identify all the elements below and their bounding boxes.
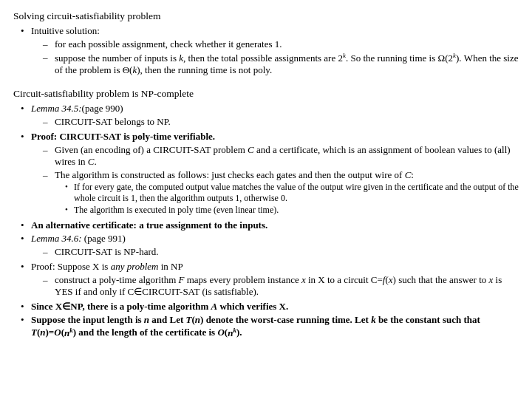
list-item: • Proof: Suppose X is any problem in NP … bbox=[21, 261, 519, 299]
list-item: • Since X∈NP, there is a poly-time algor… bbox=[21, 301, 519, 313]
lemma2-label: Lemma 34.6: bbox=[31, 233, 82, 244]
list-item: • Intuitive solution: – for each possibl… bbox=[21, 25, 519, 78]
suppose-text: Suppose the input length is n and Let T(… bbox=[31, 314, 480, 338]
lemma2-page: (page 991) bbox=[82, 233, 126, 244]
dash-list: – Given (an encoding of) a CIRCUIT-SAT p… bbox=[31, 144, 519, 216]
dash-list: – CIRCUIT-SAT belongs to NP. bbox=[31, 116, 519, 128]
lemma-label: Lemma 34.5: bbox=[31, 103, 82, 114]
bullet-content: Intuitive solution: – for each possible … bbox=[31, 25, 519, 78]
sub-bullet-dot: • bbox=[65, 205, 74, 214]
dash-sym: – bbox=[43, 52, 55, 64]
dash-content: The algorithm is constructed as follows:… bbox=[55, 169, 519, 216]
bullet-dot: • bbox=[21, 261, 31, 273]
bullet-content: Proof: CIRCUIT-SAT is poly-time verifiab… bbox=[31, 131, 519, 218]
sub-bullet-item: • If for every gate, the computed output… bbox=[65, 182, 519, 204]
sub-bullet-item: • The algorithm is executed in poly time… bbox=[65, 205, 519, 216]
dash-item: – for each possible assignment, check wh… bbox=[43, 38, 519, 50]
dash-content: for each possible assignment, check whet… bbox=[55, 38, 519, 50]
lemma-page: (page 990) bbox=[82, 103, 123, 114]
dash-list: – for each possible assignment, check wh… bbox=[31, 38, 519, 76]
section2: Circuit-satisfiability problem is NP-com… bbox=[13, 88, 519, 338]
proof-title: Proof: CIRCUIT-SAT is poly-time verifiab… bbox=[31, 131, 215, 142]
dash-sym: – bbox=[43, 116, 55, 128]
dash-item: – The algorithm is constructed as follow… bbox=[43, 169, 519, 216]
alt-cert-text: An alternative certificate: a true assig… bbox=[31, 219, 267, 231]
dash-content: construct a poly-time algorithm F maps e… bbox=[55, 274, 519, 298]
dash-list: – construct a poly-time algorithm F maps… bbox=[31, 274, 519, 298]
section2-title: Circuit-satisfiability problem is NP-com… bbox=[13, 88, 519, 100]
list-item: • An alternative certificate: a true ass… bbox=[21, 219, 519, 231]
dash-content: suppose the number of inputs is k, then … bbox=[55, 52, 519, 76]
bullet-dot: • bbox=[21, 233, 31, 245]
dash-sym: – bbox=[43, 169, 55, 181]
proof2-text: Proof: Suppose X is any problem in NP bbox=[31, 261, 183, 272]
section1-bullet-list: • Intuitive solution: – for each possibl… bbox=[13, 25, 519, 78]
dash-content: CIRCUIT-SAT belongs to NP. bbox=[55, 116, 519, 128]
dash-content: Given (an encoding of) a CIRCUIT-SAT pro… bbox=[55, 144, 519, 168]
dash-item: – suppose the number of inputs is k, the… bbox=[43, 52, 519, 76]
bullet-dot: • bbox=[21, 219, 31, 231]
sub-bullet-content: If for every gate, the computed output v… bbox=[74, 182, 519, 204]
since-text: Since X∈NP, there is a poly-time algorit… bbox=[31, 301, 288, 312]
bullet-dot: • bbox=[21, 25, 31, 37]
dash-text: The algorithm is constructed as follows:… bbox=[55, 169, 414, 180]
dash-item: – construct a poly-time algorithm F maps… bbox=[43, 274, 519, 298]
dash-sym: – bbox=[43, 38, 55, 50]
section2-bullet-list: • Lemma 34.5:(page 990) – CIRCUIT-SAT be… bbox=[13, 103, 519, 338]
sub-bullet-dot: • bbox=[65, 182, 74, 191]
dash-sym: – bbox=[43, 274, 55, 286]
bullet-dot: • bbox=[21, 103, 31, 115]
bullet-content: Proof: Suppose X is any problem in NP – … bbox=[31, 261, 519, 299]
list-item: • Proof: CIRCUIT-SAT is poly-time verifi… bbox=[21, 131, 519, 218]
bullet-dot: • bbox=[21, 131, 31, 143]
sub-bullet-content: The algorithm is executed in poly time (… bbox=[74, 205, 519, 216]
dash-item: – CIRCUIT-SAT belongs to NP. bbox=[43, 116, 519, 128]
list-item: • Lemma 34.6: (page 991) – CIRCUIT-SAT i… bbox=[21, 233, 519, 259]
bullet-content: Since X∈NP, there is a poly-time algorit… bbox=[31, 301, 519, 313]
bullet-text: Intuitive solution: bbox=[31, 25, 100, 36]
bullet-content: Lemma 34.5:(page 990) – CIRCUIT-SAT belo… bbox=[31, 103, 519, 129]
dash-sym: – bbox=[43, 246, 55, 258]
dash-sym: – bbox=[43, 144, 55, 156]
sub-bullet-list: • If for every gate, the computed output… bbox=[55, 182, 519, 216]
section1: Solving circuit-satisfiability problem •… bbox=[13, 10, 519, 78]
dash-content: CIRCUIT-SAT is NP-hard. bbox=[55, 246, 519, 258]
bullet-content: An alternative certificate: a true assig… bbox=[31, 219, 519, 231]
dash-list: – CIRCUIT-SAT is NP-hard. bbox=[31, 246, 519, 258]
list-item: • Lemma 34.5:(page 990) – CIRCUIT-SAT be… bbox=[21, 103, 519, 129]
section1-title: Solving circuit-satisfiability problem bbox=[13, 10, 519, 22]
bullet-content: Lemma 34.6: (page 991) – CIRCUIT-SAT is … bbox=[31, 233, 519, 259]
dash-item: – CIRCUIT-SAT is NP-hard. bbox=[43, 246, 519, 258]
list-item: • Suppose the input length is n and Let … bbox=[21, 314, 519, 338]
bullet-dot: • bbox=[21, 314, 31, 326]
dash-item: – Given (an encoding of) a CIRCUIT-SAT p… bbox=[43, 144, 519, 168]
bullet-content: Suppose the input length is n and Let T(… bbox=[31, 314, 519, 338]
page-container: Solving circuit-satisfiability problem •… bbox=[13, 10, 519, 339]
bullet-dot: • bbox=[21, 301, 31, 313]
